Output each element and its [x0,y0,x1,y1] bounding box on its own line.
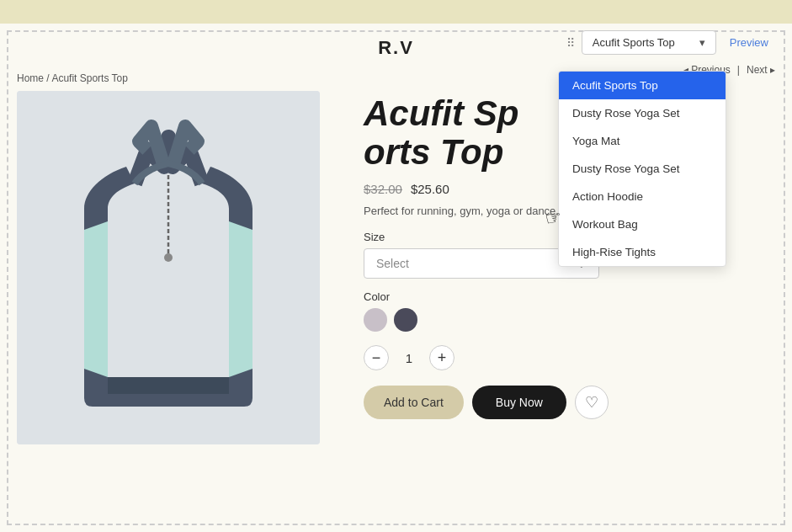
next-link[interactable]: Next ▸ [747,64,775,76]
product-toolbar: ⠿ Acufit Sports Top ▾ Preview [566,30,775,55]
top-bar [0,0,792,24]
drag-handle-icon[interactable]: ⠿ [566,36,575,50]
buy-now-button[interactable]: Buy Now [472,386,566,419]
color-label: Color [364,290,775,303]
logo: R.V [378,37,414,59]
svg-point-2 [164,253,173,262]
quantity-decrease-button[interactable]: − [364,345,389,370]
header: R.V ⠿ Acufit Sports Top ▾ Preview [0,24,792,69]
breadcrumb-home[interactable]: Home [17,72,44,84]
product-switcher-dropdown[interactable]: Acufit Sports Top ▾ [582,30,716,55]
dropdown-item-acufit[interactable]: Acufit Sports Top [559,72,726,99]
product-image-column [17,91,337,532]
quantity-row: − 1 + [364,345,775,370]
product-dropdown-menu: Acufit Sports Top Dusty Rose Yoga Set Yo… [558,71,726,267]
action-buttons: Add to Cart Buy Now ♡ [364,386,775,419]
main-area: R.V ⠿ Acufit Sports Top ▾ Preview Acufit… [0,24,792,532]
add-to-cart-button[interactable]: Add to Cart [364,386,464,419]
heart-icon: ♡ [585,393,598,412]
dropdown-item-dusty-rose-1[interactable]: Dusty Rose Yoga Set [559,99,726,127]
color-swatches [364,308,775,332]
color-swatch-dark[interactable] [394,308,417,332]
dropdown-item-workout-bag[interactable]: Workout Bag [559,210,726,238]
dropdown-item-high-rise[interactable]: High-Rise Tights [559,238,726,266]
preview-button[interactable]: Preview [723,31,775,54]
quantity-value: 1 [401,351,417,365]
quantity-increase-button[interactable]: + [429,345,454,370]
dropdown-item-dusty-rose-2[interactable]: Dusty Rose Yoga Set [559,155,726,183]
product-image [17,91,320,444]
color-swatch-light[interactable] [364,308,387,332]
chevron-down-icon: ▾ [699,36,705,49]
dropdown-item-yoga-mat[interactable]: Yoga Mat [559,127,726,155]
sale-price: $25.60 [411,182,449,196]
dropdown-item-action-hoodie[interactable]: Action Hoodie [559,183,726,210]
wishlist-button[interactable]: ♡ [575,386,609,419]
size-placeholder: Select [376,257,409,270]
breadcrumb-current: Acufit Sports Top [51,72,128,84]
product-switcher-label: Acufit Sports Top [593,36,675,49]
original-price: $32.00 [364,182,402,196]
